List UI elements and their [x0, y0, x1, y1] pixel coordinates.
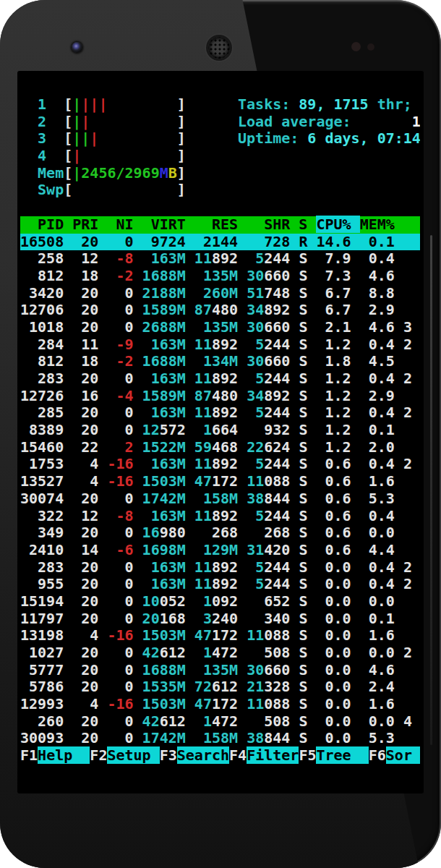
process-row-5786[interactable]: 5786 20 0 1535M 72612 21328 S 0.0 2.4 — [20, 678, 420, 696]
phone-frame: 1 [|||| ]Tasks: 89, 1715 thr; 2 [|| ]Loa… — [0, 0, 441, 868]
fnkey-f4[interactable]: F4Filter — [229, 746, 299, 764]
screen: 1 [|||| ]Tasks: 89, 1715 thr; 2 [|| ]Loa… — [17, 71, 424, 793]
process-row-16508[interactable]: 16508 20 0 9724 2144 728 R 14.6 0.1 — [20, 234, 420, 251]
fnkey-f6-label: Sor — [386, 746, 420, 764]
process-row-30074[interactable]: 30074 20 0 1742M 158M 38844 S 0.6 5.3 — [20, 490, 420, 508]
front-camera-icon — [72, 42, 82, 53]
fnkey-f1-key: F1 — [20, 746, 38, 764]
fnkey-f6-key: F6 — [369, 746, 386, 764]
function-key-bar: F1Help F2Setup F3SearchF4FilterF5Tree F6… — [20, 747, 420, 765]
tasks-summary: Tasks: 89, 1715 thr; — [238, 96, 412, 114]
fnkey-f5-key: F5 — [299, 746, 316, 764]
fnkey-f5[interactable]: F5Tree — [299, 746, 368, 764]
cpu-meter-1: 1 [|||| ]Tasks: 89, 1715 thr; — [20, 96, 420, 114]
process-row-2410[interactable]: 2410 14 -6 1698M 129M 31420 S 0.6 4.4 — [20, 542, 420, 559]
process-row-283[interactable]: 283 20 0 163M 11892 5244 S 0.0 0.4 2 — [20, 559, 420, 576]
process-row-260[interactable]: 260 20 0 42612 1472 508 S 0.0 0.0 4 — [20, 713, 420, 731]
fnkey-f5-label: Tree — [316, 746, 368, 764]
process-row-15460[interactable]: 15460 22 2 1522M 59468 22624 S 1.2 2.0 — [20, 439, 420, 456]
process-row-812[interactable]: 812 18 -2 1688M 135M 30660 S 7.3 4.6 — [20, 268, 420, 285]
fnkey-f3-label: Search — [177, 746, 229, 764]
fnkey-f6[interactable]: F6Sor — [369, 746, 420, 764]
column-header-pid[interactable]: PID — [20, 216, 72, 233]
fnkey-f2-label: Setup — [107, 746, 159, 764]
ambient-light-sensor-icon — [367, 43, 374, 51]
process-row-12726[interactable]: 12726 16 -4 1589M 87480 34892 S 1.2 2.9 — [20, 388, 420, 405]
spacer-line — [20, 199, 420, 216]
column-header-res[interactable]: RES — [194, 216, 247, 233]
uptime-summary: Uptime: 6 days, 07:14 — [238, 130, 420, 148]
load-average-summary: Load average: 1 — [238, 114, 420, 131]
process-row-12706[interactable]: 12706 20 0 1589M 87480 34892 S 6.7 2.9 — [20, 302, 420, 319]
column-header-mem[interactable]: MEM% — [360, 216, 395, 233]
process-row-1753[interactable]: 1753 4 -16 163M 11892 5244 S 0.6 0.4 2 — [20, 456, 420, 473]
mem-meter: Mem[|2456/2969MB] — [20, 165, 420, 182]
column-header-cpu[interactable]: CPU% — [316, 216, 359, 233]
proximity-sensor-icon — [351, 42, 361, 51]
column-header-s[interactable]: S — [299, 216, 316, 233]
process-row-349[interactable]: 349 20 0 16980 268 268 S 0.6 0.0 — [20, 524, 420, 542]
process-row-12993[interactable]: 12993 4 -16 1503M 47172 11088 S 0.0 1.6 — [20, 696, 420, 713]
fnkey-f1[interactable]: F1Help — [20, 746, 90, 764]
process-row-1018[interactable]: 1018 20 0 2688M 135M 30660 S 2.1 4.6 3 — [20, 319, 420, 336]
process-row-13527[interactable]: 13527 4 -16 1503M 47172 11088 S 0.6 1.6 — [20, 473, 420, 490]
column-header-ni[interactable]: NI — [107, 216, 142, 233]
process-table-header: PID PRI NI VIRT RES SHR S CPU% MEM% — [20, 216, 420, 234]
cpu-meter-4: 4 [| ] — [20, 148, 420, 165]
earpiece-speaker-icon — [208, 37, 230, 59]
process-row-955[interactable]: 955 20 0 163M 11892 5244 S 0.0 0.4 2 — [20, 576, 420, 593]
fnkey-f4-key: F4 — [229, 746, 247, 764]
fnkey-f2-key: F2 — [90, 746, 107, 764]
fnkey-f4-label: Filter — [247, 746, 299, 764]
process-row-285[interactable]: 285 20 0 163M 11892 5244 S 1.2 0.4 2 — [20, 404, 420, 422]
process-row-13198[interactable]: 13198 4 -16 1503M 47172 11088 S 0.0 1.6 — [20, 627, 420, 644]
swp-meter: Swp[ ] — [20, 182, 420, 199]
column-header-virt[interactable]: VIRT — [142, 216, 194, 233]
process-row-30093[interactable]: 30093 20 0 1742M 158M 38844 S 0.0 5.3 — [20, 730, 420, 747]
process-row-322[interactable]: 322 12 -8 163M 11892 5244 S 0.6 0.4 — [20, 508, 420, 525]
column-header-pri[interactable]: PRI — [72, 216, 107, 233]
process-row-15194[interactable]: 15194 20 0 10052 1092 652 S 0.0 0.0 — [20, 593, 420, 610]
process-row-1027[interactable]: 1027 20 0 42612 1472 508 S 0.0 0.0 2 — [20, 644, 420, 662]
process-row-8389[interactable]: 8389 20 0 12572 1664 932 S 1.2 0.1 — [20, 422, 420, 439]
fnkey-f3[interactable]: F3Search — [160, 746, 229, 764]
fnkey-f2[interactable]: F2Setup — [90, 746, 159, 764]
cpu-meter-2: 2 [|| ]Load average: 1 — [20, 114, 420, 131]
fnkey-f3-key: F3 — [160, 746, 177, 764]
fnkey-f1-label: Help — [38, 746, 90, 764]
process-row-258[interactable]: 258 12 -8 163M 11892 5244 S 7.9 0.4 — [20, 250, 420, 268]
column-header-shr[interactable]: SHR — [247, 216, 299, 233]
process-row-812[interactable]: 812 18 -2 1688M 134M 30660 S 1.8 4.5 — [20, 353, 420, 370]
process-row-5777[interactable]: 5777 20 0 1688M 135M 30660 S 0.0 4.6 — [20, 662, 420, 679]
cpu-meter-3: 3 [||| ]Uptime: 6 days, 07:14 — [20, 130, 420, 148]
process-row-284[interactable]: 284 11 -9 163M 11892 5244 S 1.2 0.4 2 — [20, 336, 420, 354]
process-row-3420[interactable]: 3420 20 0 2188M 260M 51748 S 6.7 8.8 — [20, 285, 420, 302]
process-row-283[interactable]: 283 20 0 163M 11892 5244 S 1.2 0.4 2 — [20, 370, 420, 388]
process-row-11797[interactable]: 11797 20 0 20168 3240 340 S 0.0 0.1 — [20, 610, 420, 628]
side-edge-highlight — [430, 235, 432, 745]
htop-terminal: 1 [|||| ]Tasks: 89, 1715 thr; 2 [|| ]Loa… — [20, 96, 420, 766]
